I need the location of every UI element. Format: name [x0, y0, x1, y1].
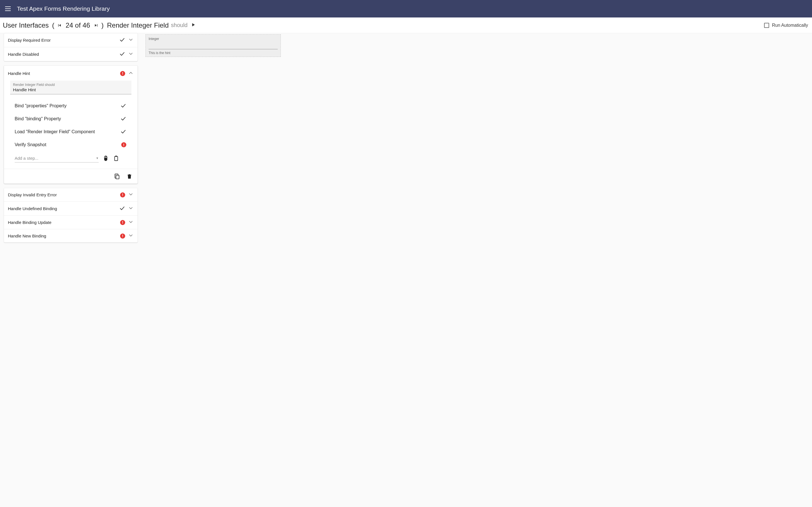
dropdown-icon: ▼	[96, 157, 99, 160]
mouse-icon[interactable]	[103, 155, 109, 162]
test-row[interactable]: Display Required Error	[4, 33, 138, 47]
context-big: Handle Hint	[13, 87, 129, 93]
check-icon	[119, 37, 125, 44]
step-row[interactable]: Bind "properties" Property	[15, 100, 132, 112]
check-icon	[120, 103, 126, 110]
check-icon	[119, 51, 125, 58]
counter: 24 of 46	[66, 21, 90, 29]
step-row[interactable]: Bind "binding" Property	[15, 112, 132, 125]
delete-icon[interactable]	[126, 173, 133, 180]
step-label: Bind "binding" Property	[15, 116, 120, 121]
run-automatically-toggle[interactable]: Run Automatically	[764, 23, 808, 28]
test-list-top: Display Required Error Handle Disabled	[4, 33, 138, 61]
test-row[interactable]: Handle Disabled	[4, 47, 138, 61]
close-paren: )	[101, 21, 103, 29]
chevron-up-icon[interactable]	[128, 70, 134, 76]
test-expanded: Handle Hint ! Render Integer Field shoul…	[4, 66, 138, 184]
menu-icon[interactable]	[5, 6, 11, 12]
svg-rect-1	[116, 175, 119, 179]
test-label: Handle Binding Update	[8, 220, 120, 225]
test-label: Handle New Binding	[8, 233, 120, 238]
context-small: Render Integer Field should	[13, 83, 129, 87]
chevron-down-icon[interactable]	[128, 205, 134, 212]
check-icon	[119, 205, 125, 212]
preview-panel: Integer This is the hint	[146, 34, 281, 57]
add-step-row: Add a step... ▼	[4, 152, 138, 169]
step-label: Bind "properties" Property	[15, 103, 120, 108]
field-hint: This is the hint	[149, 49, 278, 57]
card-actions	[4, 169, 138, 184]
test-label: Handle Hint	[8, 71, 120, 76]
category-label: User Interfaces	[3, 21, 49, 29]
test-label: Handle Disabled	[8, 52, 119, 57]
first-icon[interactable]	[56, 21, 63, 29]
chevron-down-icon[interactable]	[128, 233, 134, 239]
error-icon: !	[120, 233, 125, 238]
test-context-field[interactable]: Render Integer Field should Handle Hint	[10, 80, 132, 94]
test-row[interactable]: Handle Undefined Binding	[4, 202, 138, 216]
should-label: should	[171, 22, 188, 29]
test-row[interactable]: Handle Hint !	[4, 66, 138, 80]
test-row[interactable]: Display Invalid Entry Error !	[4, 188, 138, 202]
run-auto-label: Run Automatically	[772, 23, 808, 28]
subheader: User Interfaces ( 24 of 46 ) Render Inte…	[0, 17, 812, 33]
error-icon: !	[120, 71, 125, 76]
suite-title: Render Integer Field	[107, 21, 168, 29]
clipboard-icon[interactable]	[113, 155, 119, 162]
error-icon: !	[121, 142, 126, 147]
app-bar: Test Apex Forms Rendering Library	[0, 0, 812, 17]
error-icon: !	[120, 192, 125, 198]
check-icon	[120, 128, 126, 135]
step-label: Verify Snapshot	[15, 142, 121, 147]
play-icon[interactable]	[190, 21, 196, 29]
add-step-select[interactable]: Add a step... ▼	[15, 154, 99, 163]
test-row[interactable]: Handle Binding Update !	[4, 216, 138, 229]
open-paren: (	[52, 21, 54, 29]
run-auto-checkbox[interactable]	[764, 23, 769, 28]
step-row[interactable]: Verify Snapshot !	[15, 138, 132, 151]
last-icon[interactable]	[92, 21, 100, 29]
field-label: Integer	[149, 37, 278, 41]
chevron-down-icon[interactable]	[128, 51, 134, 57]
step-row[interactable]: Load "Render Integer Field" Component	[15, 125, 132, 138]
step-label: Load "Render Integer Field" Component	[15, 129, 120, 134]
test-label: Display Required Error	[8, 38, 119, 43]
chevron-down-icon[interactable]	[128, 219, 134, 226]
test-list-bottom: Display Invalid Entry Error ! Handle Und…	[4, 188, 138, 242]
copy-icon[interactable]	[114, 173, 120, 180]
error-icon: !	[120, 220, 125, 225]
test-label: Handle Undefined Binding	[8, 206, 119, 211]
svg-rect-0	[114, 157, 117, 161]
add-step-placeholder: Add a step...	[15, 156, 38, 161]
steps-list: Bind "properties" Property Bind "binding…	[4, 96, 138, 152]
check-icon	[120, 115, 126, 122]
app-title: Test Apex Forms Rendering Library	[17, 5, 110, 12]
chevron-down-icon[interactable]	[128, 37, 134, 43]
test-label: Display Invalid Entry Error	[8, 192, 120, 197]
test-row[interactable]: Handle New Binding !	[4, 229, 138, 242]
integer-field: Integer This is the hint	[146, 35, 281, 57]
chevron-down-icon[interactable]	[128, 191, 134, 198]
integer-input[interactable]	[149, 41, 278, 49]
